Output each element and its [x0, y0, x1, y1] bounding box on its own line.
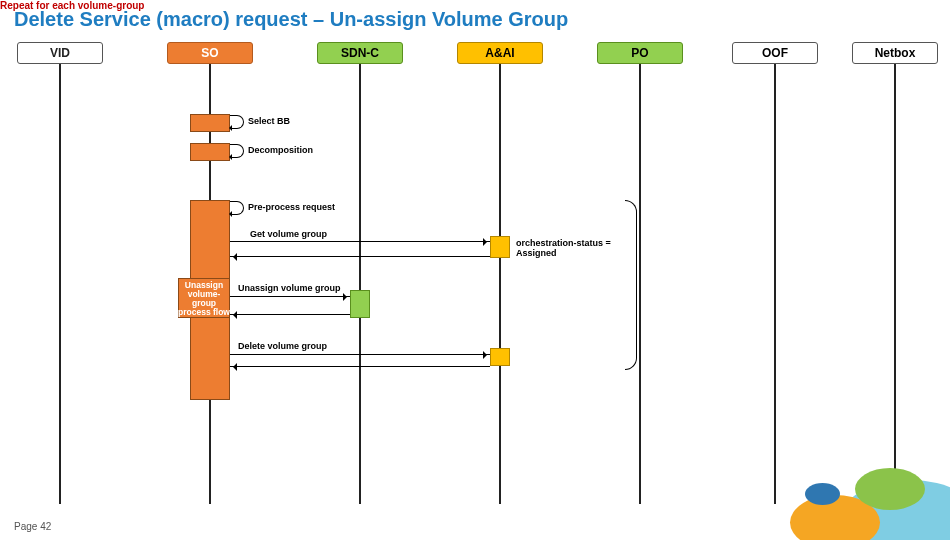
activation-so-selectbb [190, 114, 230, 132]
decoration-cloud-4 [805, 483, 840, 505]
selfloop-selectbb [230, 115, 244, 129]
repeat-bracket [625, 200, 637, 370]
arrow-get-vg-req [230, 241, 490, 242]
arrow-get-vg-resp [230, 256, 490, 257]
lane-header-netbox: Netbox [852, 42, 938, 64]
note-orch-status: orchestration-status = Assigned [516, 238, 611, 259]
lane-header-so: SO [167, 42, 253, 64]
lane-header-oof: OOF [732, 42, 818, 64]
label-decomp: Decomposition [248, 145, 313, 155]
label-delete-vg: Delete volume group [238, 341, 327, 351]
activation-aai-2 [490, 348, 510, 366]
activation-sdnc [350, 290, 370, 318]
lifeline-po [639, 64, 641, 504]
label-unassign-process: Unassign volume-group process flow [178, 281, 230, 317]
selfloop-preprocess [230, 201, 244, 215]
lane-header-aai: A&AI [457, 42, 543, 64]
lifeline-oof [774, 64, 776, 504]
activation-so-decomp [190, 143, 230, 161]
arrow-unassign-req [230, 296, 350, 297]
arrow-delete-resp [230, 366, 490, 367]
label-unassign-vg: Unassign volume group [238, 283, 341, 293]
lane-header-vid: VID [17, 42, 103, 64]
decoration-cloud-3 [855, 468, 925, 510]
label-preprocess: Pre-process request [248, 202, 335, 212]
label-selectbb: Select BB [248, 116, 290, 126]
lifeline-vid [59, 64, 61, 504]
selfloop-decomp [230, 144, 244, 158]
lane-header-po: PO [597, 42, 683, 64]
lifeline-aai [499, 64, 501, 504]
activation-aai-1 [490, 236, 510, 258]
lifeline-netbox [894, 64, 896, 504]
page-number: Page 42 [14, 521, 51, 532]
label-get-vg: Get volume group [250, 229, 327, 239]
arrow-unassign-resp [230, 314, 350, 315]
lane-header-sdnc: SDN-C [317, 42, 403, 64]
page-title: Delete Service (macro) request – Un-assi… [14, 8, 568, 31]
arrow-delete-req [230, 354, 490, 355]
lifeline-sdnc [359, 64, 361, 504]
